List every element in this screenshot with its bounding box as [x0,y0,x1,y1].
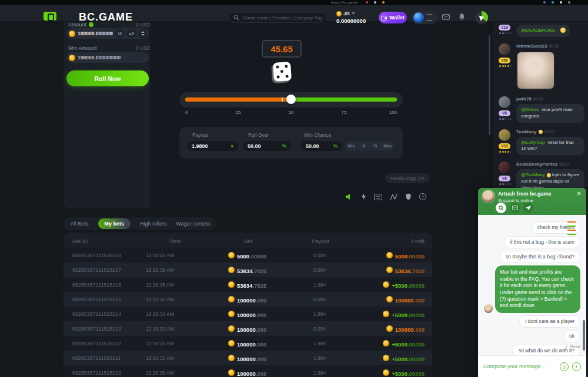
browser-extension-icon[interactable] [382,1,385,4]
chat-username[interactable]: InfiniteSoul23 [516,43,547,49]
minus5-button[interactable]: -5 [362,143,366,149]
browser-chrome-strip: https://bc.game/ [0,0,588,5]
payout-field[interactable]: 1.9800 x [187,141,238,151]
search-icon [499,206,504,211]
payout-unit: x [231,143,233,149]
page-scrollbar[interactable] [489,35,490,135]
browser-extension-icon[interactable] [543,1,546,4]
bet-table-row[interactable]: 68285367211526210 12:16:30 AM 100000.000… [64,365,432,377]
win-chance-field[interactable]: 50.00 % [301,141,342,151]
bets-table: Bet ID Time Bet Payout Profit 6828536721… [64,233,432,377]
bell-icon[interactable] [459,13,465,21]
slider-handle[interactable] [286,95,296,104]
support-send-button[interactable] [523,203,533,213]
chat-image-attachment[interactable] [516,51,555,90]
hotkeys-icon[interactable] [374,194,382,200]
fairness-shield-icon[interactable] [405,193,412,200]
bet-table-row[interactable]: 68285367211526217 12:16:39 AM 53634.7825… [64,262,432,277]
mention-link[interactable]: @TooMany [521,172,545,177]
payout-value: 1.9800 [192,143,208,149]
chat-username[interactable]: BeBeBeckyPantss [516,161,557,167]
max-button[interactable]: Max [383,143,392,149]
dice-game-panel: Amount 0 USD 100000.00000000 /2 x2 Win A… [64,21,432,208]
chat-username-row[interactable]: InfiniteSoul23 00:37 [516,43,584,49]
chat-username[interactable]: path78 [516,96,532,102]
bet-table-row[interactable]: 68285367211526216 12:16:38 AM 53634.7825… [64,277,432,292]
balance-selector[interactable]: JB 0.00000000 [336,11,366,24]
support-email-button[interactable] [510,203,520,213]
bet-table-row[interactable]: 68285367211526211 12:16:31 AM 100000.000… [64,351,432,365]
tab-my-bets[interactable]: My bets [98,218,131,229]
coin-icon [386,267,393,273]
turbo-icon[interactable] [360,193,366,200]
chat-username[interactable]: TooMany [516,129,537,134]
search-placeholder: Game name | Provider | Category Tag [243,15,322,21]
support-scrollbar[interactable] [583,320,585,351]
bet-table-row[interactable]: 68285367211526215 12:16:35 AM 100000.000… [64,292,432,307]
browser-extension-icon[interactable] [374,1,376,4]
search-input[interactable]: Game name | Provider | Category Tag [228,12,327,23]
browser-extension-icon[interactable] [552,1,554,4]
dice-game-area: 45.65 0 25 50 75 100 Payout 1.9800 x [150,21,432,208]
win-amount-input[interactable]: 198000.000000000 [66,52,149,63]
support-close-icon[interactable]: ✕ [577,190,582,197]
plus5-button[interactable]: +5 [372,143,377,149]
wallet-button[interactable]: Wallet [379,12,407,23]
avatar[interactable] [413,12,424,23]
bet-amount: 100000.000 [228,351,266,365]
chat-username-row[interactable]: TooMany 00:37 [516,129,584,134]
bet-table-row[interactable]: 68285367211526212 12:16:32 AM 100000.000… [64,336,432,351]
support-search-button[interactable] [496,203,506,213]
bonus-spin-icon[interactable] [475,11,488,24]
browser-extension-icon[interactable] [366,1,368,4]
brand-title[interactable]: BC.GAME [79,11,133,23]
tick-label: 50 [289,110,294,115]
bet-table-row[interactable]: 68285367211526214 12:16:34 AM 100000.000… [64,307,432,321]
half-bet-button[interactable]: /2 [115,29,124,38]
min-button[interactable]: Min [348,143,355,149]
badge-icon [547,173,551,177]
roll-now-button[interactable]: Roll Now [66,70,149,86]
vip-progress-dots [499,32,512,34]
mail-icon[interactable] [442,14,450,20]
tab-all-bets[interactable]: All Bets [71,221,89,227]
mention-link[interactable]: @Mdsrs [521,107,539,112]
bc-logo-icon[interactable] [44,12,56,21]
roll-slider[interactable] [179,92,403,107]
tab-wager-contest[interactable]: Wager contest [176,221,211,227]
slider-lose-range [185,97,291,102]
trends-icon[interactable] [390,194,397,200]
col-bet-id: Bet ID [72,238,88,244]
coin-icon [228,340,235,346]
double-bet-button[interactable]: x2 [126,29,136,38]
avatar[interactable] [499,129,510,141]
support-compose-bar[interactable]: Compose your message... ☺ + [478,355,586,377]
tab-high-rollers[interactable]: High rollers [140,221,167,227]
avatar[interactable] [499,96,510,108]
bet-table-row[interactable]: 68285367211526218 12:16:42 AM 5000.00000… [64,248,432,262]
emoji-icon[interactable]: ☺ [560,362,569,371]
bet-table-row[interactable]: 68285367211526213 12:16:33 AM 100000.000… [64,321,432,336]
bet-amount-input[interactable]: 100000.00000000 /2 x2 [66,28,149,39]
sound-icon[interactable] [345,193,353,200]
chat-username-row[interactable]: path78 00:37 [516,96,584,102]
browser-url[interactable]: https://bc.game/ [331,1,358,4]
bet-payout: 1.98× [313,355,326,361]
chat-message: InfiniteSoul23 00:37 V50 [499,43,584,90]
mention-link[interactable]: @DEADBROKE [521,28,555,33]
roll-over-field[interactable]: 50.00 % [243,141,291,151]
attach-icon[interactable]: + [572,362,581,371]
bet-payout: 1.98× [313,370,326,376]
bet-payout: 1.98× [313,311,326,317]
amount-stepper[interactable] [139,29,146,38]
browser-extension-icon[interactable] [560,1,562,4]
vip-level-badge: V50 [499,58,510,63]
mention-link[interactable]: @Luffy kop [521,140,544,145]
chat-username-row[interactable]: BeBeBeckyPantss 00:37 [516,161,584,167]
browser-extension-icon[interactable] [568,1,570,4]
profile-menu[interactable] [412,11,437,24]
avatar[interactable] [499,161,510,173]
help-icon[interactable]: ? [419,193,426,200]
avatar[interactable] [499,43,510,55]
slider-track[interactable] [185,97,397,102]
